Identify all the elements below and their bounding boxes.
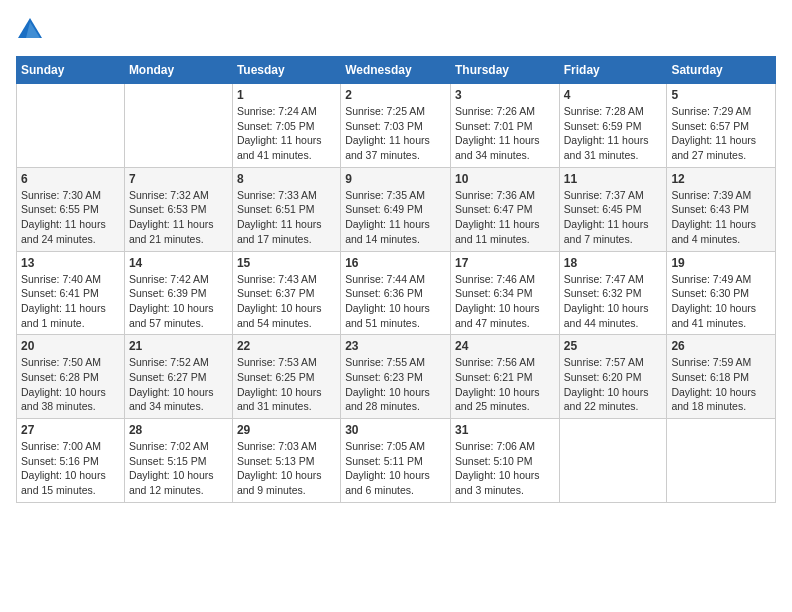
day-number: 19 (671, 256, 771, 270)
day-number: 11 (564, 172, 663, 186)
day-info: Sunrise: 7:25 AMSunset: 7:03 PMDaylight:… (345, 104, 446, 163)
calendar-cell (559, 419, 667, 503)
day-info: Sunrise: 7:57 AMSunset: 6:20 PMDaylight:… (564, 355, 663, 414)
calendar-cell: 27Sunrise: 7:00 AMSunset: 5:16 PMDayligh… (17, 419, 125, 503)
calendar-cell: 22Sunrise: 7:53 AMSunset: 6:25 PMDayligh… (232, 335, 340, 419)
day-number: 22 (237, 339, 336, 353)
day-info: Sunrise: 7:43 AMSunset: 6:37 PMDaylight:… (237, 272, 336, 331)
day-info: Sunrise: 7:39 AMSunset: 6:43 PMDaylight:… (671, 188, 771, 247)
calendar-cell: 9Sunrise: 7:35 AMSunset: 6:49 PMDaylight… (341, 167, 451, 251)
day-info: Sunrise: 7:35 AMSunset: 6:49 PMDaylight:… (345, 188, 446, 247)
calendar-week-row: 27Sunrise: 7:00 AMSunset: 5:16 PMDayligh… (17, 419, 776, 503)
weekday-header: Tuesday (232, 57, 340, 84)
day-number: 27 (21, 423, 120, 437)
day-info: Sunrise: 7:59 AMSunset: 6:18 PMDaylight:… (671, 355, 771, 414)
day-info: Sunrise: 7:26 AMSunset: 7:01 PMDaylight:… (455, 104, 555, 163)
calendar-cell: 6Sunrise: 7:30 AMSunset: 6:55 PMDaylight… (17, 167, 125, 251)
day-number: 28 (129, 423, 228, 437)
calendar-cell: 11Sunrise: 7:37 AMSunset: 6:45 PMDayligh… (559, 167, 667, 251)
day-info: Sunrise: 7:30 AMSunset: 6:55 PMDaylight:… (21, 188, 120, 247)
day-number: 16 (345, 256, 446, 270)
calendar-cell: 24Sunrise: 7:56 AMSunset: 6:21 PMDayligh… (450, 335, 559, 419)
logo-icon (16, 16, 44, 44)
calendar-cell (17, 84, 125, 168)
day-info: Sunrise: 7:47 AMSunset: 6:32 PMDaylight:… (564, 272, 663, 331)
day-number: 31 (455, 423, 555, 437)
day-number: 9 (345, 172, 446, 186)
weekday-header: Thursday (450, 57, 559, 84)
weekday-header: Wednesday (341, 57, 451, 84)
weekday-header: Monday (124, 57, 232, 84)
calendar-cell: 31Sunrise: 7:06 AMSunset: 5:10 PMDayligh… (450, 419, 559, 503)
calendar-cell: 26Sunrise: 7:59 AMSunset: 6:18 PMDayligh… (667, 335, 776, 419)
calendar-cell: 3Sunrise: 7:26 AMSunset: 7:01 PMDaylight… (450, 84, 559, 168)
calendar-cell: 25Sunrise: 7:57 AMSunset: 6:20 PMDayligh… (559, 335, 667, 419)
day-info: Sunrise: 7:55 AMSunset: 6:23 PMDaylight:… (345, 355, 446, 414)
day-info: Sunrise: 7:56 AMSunset: 6:21 PMDaylight:… (455, 355, 555, 414)
day-info: Sunrise: 7:42 AMSunset: 6:39 PMDaylight:… (129, 272, 228, 331)
calendar-cell: 20Sunrise: 7:50 AMSunset: 6:28 PMDayligh… (17, 335, 125, 419)
day-number: 5 (671, 88, 771, 102)
day-info: Sunrise: 7:32 AMSunset: 6:53 PMDaylight:… (129, 188, 228, 247)
day-info: Sunrise: 7:49 AMSunset: 6:30 PMDaylight:… (671, 272, 771, 331)
day-info: Sunrise: 7:40 AMSunset: 6:41 PMDaylight:… (21, 272, 120, 331)
day-info: Sunrise: 7:50 AMSunset: 6:28 PMDaylight:… (21, 355, 120, 414)
weekday-header: Saturday (667, 57, 776, 84)
day-info: Sunrise: 7:06 AMSunset: 5:10 PMDaylight:… (455, 439, 555, 498)
day-number: 20 (21, 339, 120, 353)
calendar-cell: 2Sunrise: 7:25 AMSunset: 7:03 PMDaylight… (341, 84, 451, 168)
page-header (16, 16, 776, 44)
day-number: 24 (455, 339, 555, 353)
calendar-cell: 15Sunrise: 7:43 AMSunset: 6:37 PMDayligh… (232, 251, 340, 335)
day-number: 17 (455, 256, 555, 270)
day-info: Sunrise: 7:24 AMSunset: 7:05 PMDaylight:… (237, 104, 336, 163)
day-info: Sunrise: 7:29 AMSunset: 6:57 PMDaylight:… (671, 104, 771, 163)
calendar-cell: 14Sunrise: 7:42 AMSunset: 6:39 PMDayligh… (124, 251, 232, 335)
calendar-cell: 23Sunrise: 7:55 AMSunset: 6:23 PMDayligh… (341, 335, 451, 419)
day-info: Sunrise: 7:05 AMSunset: 5:11 PMDaylight:… (345, 439, 446, 498)
day-number: 25 (564, 339, 663, 353)
day-number: 21 (129, 339, 228, 353)
calendar-cell: 5Sunrise: 7:29 AMSunset: 6:57 PMDaylight… (667, 84, 776, 168)
calendar-week-row: 1Sunrise: 7:24 AMSunset: 7:05 PMDaylight… (17, 84, 776, 168)
day-number: 7 (129, 172, 228, 186)
calendar-cell: 18Sunrise: 7:47 AMSunset: 6:32 PMDayligh… (559, 251, 667, 335)
day-info: Sunrise: 7:44 AMSunset: 6:36 PMDaylight:… (345, 272, 446, 331)
calendar-cell: 28Sunrise: 7:02 AMSunset: 5:15 PMDayligh… (124, 419, 232, 503)
day-number: 6 (21, 172, 120, 186)
calendar-cell: 4Sunrise: 7:28 AMSunset: 6:59 PMDaylight… (559, 84, 667, 168)
calendar-cell: 7Sunrise: 7:32 AMSunset: 6:53 PMDaylight… (124, 167, 232, 251)
day-info: Sunrise: 7:36 AMSunset: 6:47 PMDaylight:… (455, 188, 555, 247)
logo (16, 16, 48, 44)
calendar-cell: 17Sunrise: 7:46 AMSunset: 6:34 PMDayligh… (450, 251, 559, 335)
day-number: 18 (564, 256, 663, 270)
calendar-cell: 13Sunrise: 7:40 AMSunset: 6:41 PMDayligh… (17, 251, 125, 335)
day-number: 8 (237, 172, 336, 186)
calendar-cell: 12Sunrise: 7:39 AMSunset: 6:43 PMDayligh… (667, 167, 776, 251)
day-info: Sunrise: 7:52 AMSunset: 6:27 PMDaylight:… (129, 355, 228, 414)
day-info: Sunrise: 7:00 AMSunset: 5:16 PMDaylight:… (21, 439, 120, 498)
day-number: 29 (237, 423, 336, 437)
day-number: 15 (237, 256, 336, 270)
calendar-cell (667, 419, 776, 503)
day-number: 10 (455, 172, 555, 186)
day-info: Sunrise: 7:53 AMSunset: 6:25 PMDaylight:… (237, 355, 336, 414)
day-info: Sunrise: 7:28 AMSunset: 6:59 PMDaylight:… (564, 104, 663, 163)
day-number: 12 (671, 172, 771, 186)
calendar-cell: 8Sunrise: 7:33 AMSunset: 6:51 PMDaylight… (232, 167, 340, 251)
calendar-table: SundayMondayTuesdayWednesdayThursdayFrid… (16, 56, 776, 503)
day-number: 1 (237, 88, 336, 102)
day-number: 26 (671, 339, 771, 353)
calendar-cell: 16Sunrise: 7:44 AMSunset: 6:36 PMDayligh… (341, 251, 451, 335)
calendar-cell: 10Sunrise: 7:36 AMSunset: 6:47 PMDayligh… (450, 167, 559, 251)
calendar-cell: 21Sunrise: 7:52 AMSunset: 6:27 PMDayligh… (124, 335, 232, 419)
day-info: Sunrise: 7:02 AMSunset: 5:15 PMDaylight:… (129, 439, 228, 498)
calendar-cell: 30Sunrise: 7:05 AMSunset: 5:11 PMDayligh… (341, 419, 451, 503)
calendar-cell (124, 84, 232, 168)
day-info: Sunrise: 7:46 AMSunset: 6:34 PMDaylight:… (455, 272, 555, 331)
day-number: 23 (345, 339, 446, 353)
day-number: 4 (564, 88, 663, 102)
day-info: Sunrise: 7:33 AMSunset: 6:51 PMDaylight:… (237, 188, 336, 247)
calendar-cell: 29Sunrise: 7:03 AMSunset: 5:13 PMDayligh… (232, 419, 340, 503)
day-info: Sunrise: 7:03 AMSunset: 5:13 PMDaylight:… (237, 439, 336, 498)
